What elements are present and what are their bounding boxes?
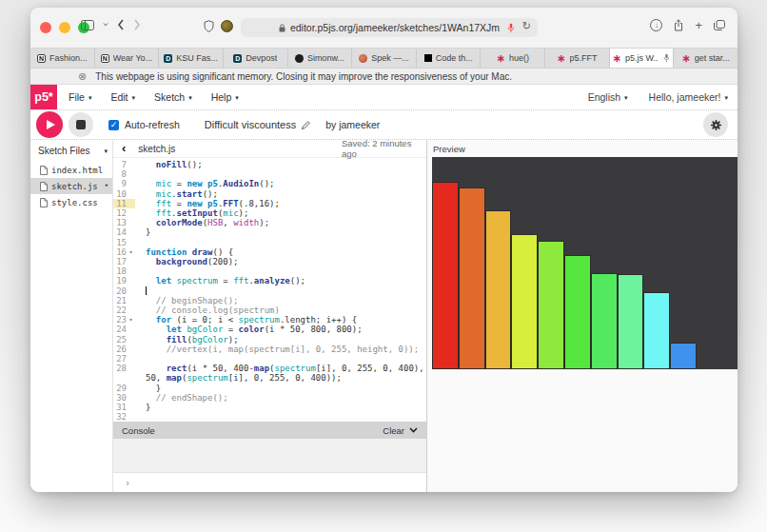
code-line-22[interactable]: 22 // console.log(spectrum): [113, 305, 426, 315]
new-tab-icon[interactable]: +: [695, 20, 702, 30]
account-menu[interactable]: Hello, jameeker! ▾: [649, 91, 728, 103]
code-line-12[interactable]: 12 fft.setInput(mic);: [113, 208, 426, 218]
menu-sketch[interactable]: Sketch▾: [154, 91, 192, 103]
code-text: let spectrum = fft.analyze();: [135, 276, 426, 286]
code-text: //vertex(i, map(spectrum[i], 0, 255, hei…: [135, 345, 426, 354]
p5-toolbar: ✓ Auto-refresh Difficult viscountess by …: [30, 110, 738, 140]
edit-name-icon[interactable]: [302, 121, 310, 129]
extension-badge-icon[interactable]: [221, 20, 233, 32]
fold-gutter: [127, 305, 135, 315]
tab-label: KSU Fas...: [176, 53, 218, 63]
language-selector[interactable]: English ▾: [588, 91, 628, 103]
code-line-10[interactable]: 10 mic.start();: [113, 189, 426, 199]
shield-icon[interactable]: [204, 20, 214, 32]
browser-tab-9[interactable]: ∗p5.FFT: [545, 49, 610, 68]
code-line-17[interactable]: 17 background(200);: [113, 257, 426, 266]
chevron-down-icon[interactable]: [103, 23, 108, 27]
code-line-21[interactable]: 21 // beginShape();: [113, 296, 426, 305]
line-number: 8: [113, 169, 127, 179]
code-line-31[interactable]: 31}: [113, 403, 426, 412]
toolbar-right-controls: ↓ +: [650, 19, 725, 31]
console-clear-button[interactable]: Clear: [383, 425, 418, 436]
square-icon: [424, 54, 432, 62]
code-line-25[interactable]: 25 fill(bgColor);: [113, 335, 426, 345]
downloads-icon[interactable]: ↓: [650, 19, 662, 31]
menu-edit[interactable]: Edit▾: [110, 91, 135, 103]
browser-tab-3[interactable]: DKSU Fas...: [159, 49, 224, 68]
sketch-name[interactable]: Difficult viscountess: [205, 119, 296, 130]
code-line-16[interactable]: 16▾function draw() {: [113, 247, 426, 257]
p5-nav: p5* File▾Edit▾Sketch▾Help▾ English ▾ Hel…: [30, 85, 738, 110]
code-text: noFill();: [135, 160, 426, 169]
chevron-down-icon[interactable]: [409, 427, 418, 433]
code-text: background(200);: [135, 257, 426, 266]
code-line-27[interactable]: 27: [113, 354, 426, 364]
tab-mic-icon: [663, 53, 670, 63]
menu-file[interactable]: File▾: [69, 91, 91, 103]
code-line-20[interactable]: 20: [113, 286, 426, 296]
code-line-8[interactable]: 8: [113, 169, 426, 179]
code-line-18[interactable]: 18: [113, 266, 426, 276]
code-line-32[interactable]: 32: [113, 412, 426, 422]
line-number: 20: [113, 286, 127, 296]
settings-button[interactable]: [703, 112, 728, 137]
close-circle-icon[interactable]: ⊗: [78, 71, 87, 81]
browser-tab-2[interactable]: NWear Yo...: [95, 49, 160, 68]
play-button[interactable]: [36, 111, 63, 138]
mic-active-icon[interactable]: [507, 23, 515, 33]
browser-tab-8[interactable]: ∗hue(): [481, 49, 545, 68]
browser-tab-11[interactable]: ∗get star...: [674, 49, 738, 68]
autorefresh-checkbox[interactable]: ✓: [108, 120, 119, 130]
line-number: 31: [113, 403, 127, 412]
file-item-index.html[interactable]: index.html: [30, 162, 112, 178]
code-line-9[interactable]: 9 mic = new p5.AudioIn();: [113, 179, 426, 188]
code-line-14[interactable]: 14}: [113, 227, 426, 237]
chevron-down-icon: ▾: [188, 94, 192, 101]
code-line-23[interactable]: 23▾ for (i = 0; i < spectrum.length; i++…: [113, 315, 426, 325]
code-line-11[interactable]: 11 fft = new p5.FFT(.8,16);: [113, 199, 426, 208]
p5-icon: ∗: [682, 54, 691, 62]
code-line-19[interactable]: 19 let spectrum = fft.analyze();: [113, 276, 426, 286]
share-icon[interactable]: [674, 19, 683, 31]
browser-tab-6[interactable]: Spek —...: [352, 49, 417, 68]
p5-nav-right: English ▾ Hello, jameeker! ▾: [588, 91, 738, 103]
preview-header: Preview: [427, 140, 738, 157]
file-item-sketch.js[interactable]: sketch.js▾: [30, 178, 112, 194]
forward-icon[interactable]: [133, 19, 141, 30]
close-window-button[interactable]: [40, 22, 51, 33]
browser-tab-7[interactable]: Code th...: [417, 49, 482, 68]
editor-tab-label[interactable]: sketch.js: [138, 144, 175, 154]
memory-notice: ⊗ This webpage is using significant memo…: [30, 69, 738, 85]
browser-tab-4[interactable]: DDevpost: [224, 49, 288, 68]
line-number: 13: [113, 218, 127, 227]
code-editor: ‹ sketch.js Saved: 2 minutes ago 7 noFil…: [112, 140, 427, 492]
stop-button[interactable]: [69, 112, 93, 137]
code-line-30[interactable]: 30 // endShape();: [113, 393, 426, 403]
collapse-sidebar-icon[interactable]: ‹: [122, 143, 126, 154]
reload-icon[interactable]: ↻: [522, 20, 531, 32]
console-prompt[interactable]: ›: [113, 472, 426, 492]
code-line-7[interactable]: 7 noFill();: [113, 160, 426, 169]
code-line-15[interactable]: 15: [113, 238, 426, 247]
code-line-26[interactable]: 26 //vertex(i, map(spectrum[i], 0, 255, …: [113, 345, 426, 354]
fold-gutter: [127, 189, 135, 199]
code-line-29[interactable]: 29 }: [113, 384, 426, 393]
line-number: 10: [113, 189, 127, 199]
browser-tab-1[interactable]: NFashion...: [30, 49, 95, 68]
file-item-style.css[interactable]: style.css: [30, 194, 112, 210]
url-bar[interactable]: editor.p5js.org/jameeker/sketches/1WAn17…: [241, 18, 538, 37]
code-line-13[interactable]: 13 colorMode(HSB, width);: [113, 218, 426, 227]
p5-logo[interactable]: p5*: [30, 85, 57, 109]
code-line-24[interactable]: 24 let bgColor = color(i * 50, 800, 800)…: [113, 325, 426, 334]
line-number: 27: [113, 354, 127, 364]
browser-tab-10[interactable]: ∗p5.js W...: [610, 49, 675, 68]
code-line-28[interactable]: 28 rect(i * 50, 400-map(spectrum[i], 0, …: [113, 364, 426, 383]
tab-overview-icon[interactable]: [714, 20, 725, 30]
privacy-extension-group: [204, 20, 233, 32]
minimize-window-button[interactable]: [59, 22, 70, 33]
browser-tab-5[interactable]: Simonw...: [288, 49, 353, 68]
back-icon[interactable]: [117, 19, 125, 30]
menu-help[interactable]: Help▾: [211, 91, 239, 103]
sidebar-header[interactable]: Sketch Files ▾: [30, 142, 112, 159]
sidebar-toggle-icon[interactable]: [81, 20, 94, 30]
